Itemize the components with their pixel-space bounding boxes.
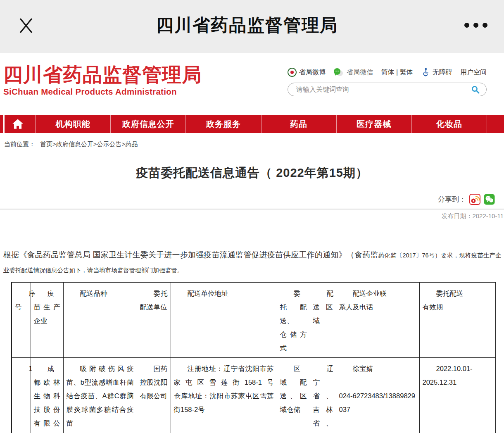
search-icon[interactable] [471, 85, 480, 95]
weibo-badge-icon [288, 68, 297, 77]
share-wechat-icon[interactable] [484, 194, 495, 205]
nav-item-drugs[interactable]: 药品 [261, 115, 336, 133]
nav-item-functions[interactable]: 机构职能 [35, 115, 110, 133]
table-header-row: 序号 疫苗生产企业 配送品种 委托配送单位 配送单位地址 委托配送、 仓储方式 … [12, 282, 496, 358]
cell-region: 辽宁省、吉林省、黑龙江省 [310, 358, 336, 433]
breadcrumb-path[interactable]: 首页>政府信息公开>公示公告>药品 [40, 140, 138, 148]
close-icon[interactable] [17, 16, 36, 35]
share-row: 分享到： [0, 194, 504, 205]
logo-english: SiChuan Medical Products Administration [3, 87, 202, 97]
nav-item-medical-devices[interactable]: 医疗器械 [336, 115, 411, 133]
wechat-link[interactable]: 省局微信 [333, 68, 373, 77]
col-header-address: 配送单位地址 [171, 282, 277, 358]
col-header-seq: 序号 [12, 282, 31, 358]
accessibility-icon [421, 68, 430, 77]
home-icon [12, 119, 24, 129]
site-logo[interactable]: 四川省药品监督管理局 SiChuan Medical Products Admi… [3, 64, 202, 97]
cell-manufacturer: 成都欧林生物科技股份有限公司 [31, 358, 63, 433]
col-header-contact: 配送企业联 系人及电话 [336, 282, 419, 358]
table-row: 1 成都欧林生物科技股份有限公司 吸附破伤风疫苗、b型流感嗜血杆菌结合疫苗、A群… [12, 358, 496, 433]
breadcrumb-label: 当前位置： [4, 140, 35, 148]
nav-item-gov-info[interactable]: 政府信息公开 [110, 115, 185, 133]
page: 四川省药品监督管理局 四川省药品监督管理局 SiChuan Medical Pr… [0, 0, 504, 433]
lang-toggle[interactable]: 简体 | 繁体 [381, 68, 413, 77]
share-label: 分享到： [438, 195, 466, 204]
wechat-icon [333, 68, 344, 77]
cell-address: 注册地址：辽宁省沈阳市苏家屯区雪莲街158-1号 仓库地址：沈阳市苏家屯区雪莲街… [171, 358, 277, 433]
more-menu-icon[interactable] [459, 23, 487, 28]
divider [0, 209, 504, 209]
publish-date: 发布日期：2022-10-11 [0, 212, 504, 220]
user-space-label: 用户空间 [460, 68, 487, 77]
col-header-region: 配送区域 [310, 282, 336, 358]
nav-home-button[interactable] [0, 115, 35, 133]
lang-toggle-label: 简体 | 繁体 [381, 68, 413, 77]
accessibility-link[interactable]: 无障碍 [421, 68, 452, 77]
site-header: 四川省药品监督管理局 SiChuan Medical Products Admi… [0, 53, 504, 115]
weibo-link[interactable]: 省局微博 [288, 68, 326, 77]
logo-chinese: 四川省药品监督管理局 [3, 64, 202, 86]
col-header-validity: 委托配送 有效期 [419, 282, 496, 358]
window-title: 四川省药品监督管理局 [156, 14, 338, 37]
col-header-distributor: 委托配送单位 [137, 282, 171, 358]
user-space-link[interactable]: 用户空间 [460, 68, 487, 77]
nav-tail [487, 115, 504, 133]
cell-contact: 徐宝婧 024-62723483/13889829037 [336, 358, 419, 433]
wechat-link-label: 省局微信 [347, 68, 373, 77]
search-box [288, 83, 487, 96]
col-header-method: 委托配送、 仓储方式 [277, 282, 310, 358]
weibo-link-label: 省局微博 [299, 68, 326, 77]
top-links: 省局微博 省局微信 简体 | 繁体 无障碍 用户空间 [288, 68, 487, 77]
breadcrumb: 当前位置： 首页>政府信息公开>公示公告>药品 [4, 140, 504, 148]
page-title: 疫苗委托配送信息通告（ 2022年第15期） [0, 165, 504, 181]
search-input[interactable] [296, 86, 471, 93]
cell-validity: 2022.10.01- 2025.12.31 [419, 358, 496, 433]
vaccine-distribution-table: 序号 疫苗生产企业 配送品种 委托配送单位 配送单位地址 委托配送、 仓储方式 … [11, 282, 496, 433]
nav-item-services[interactable]: 政务服务 [185, 115, 261, 133]
article-body: 根据《食品药品监管总局 国家卫生计生委关于进一步加强疫苗流通监管促进疫苗供应工作… [0, 247, 504, 278]
main-nav: 机构职能 政府信息公开 政务服务 药品 医疗器械 化妆品 [0, 115, 504, 133]
nav-item-cosmetics[interactable]: 化妆品 [411, 115, 487, 133]
share-weibo-icon[interactable] [469, 194, 480, 205]
col-header-products: 配送品种 [63, 282, 137, 358]
accessibility-label: 无障碍 [433, 68, 452, 77]
nav-left-divider [3, 115, 5, 133]
cell-products: 吸附破伤风疫苗、b型流感嗜血杆菌结合疫苗、A群C群脑膜炎球菌多糖结合疫苗 [63, 358, 137, 433]
cell-seq: 1 [12, 358, 31, 433]
article-body-large: 根据《食品药品监管总局 国家卫生计生委关于进一步加强疫苗流通监管促进疫苗供应工作… [3, 250, 378, 259]
titlebar: 四川省药品监督管理局 [0, 0, 504, 53]
cell-distributor: 国药控股沈阳有限公司 [137, 358, 171, 433]
cell-method: 区域配送、区域仓储 [277, 358, 310, 433]
